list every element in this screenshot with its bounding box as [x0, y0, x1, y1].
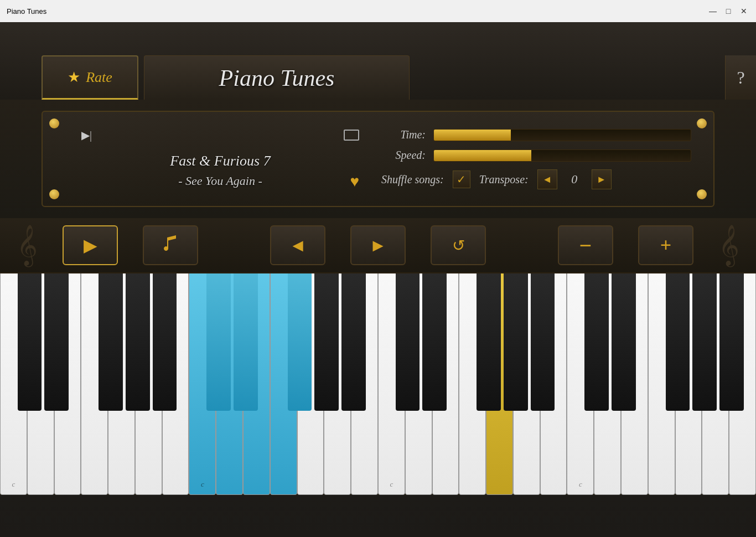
black-key[interactable]: [288, 273, 312, 411]
plus-button[interactable]: +: [638, 225, 693, 265]
key-label: c: [12, 480, 15, 489]
rivet-top-right: [697, 118, 707, 128]
black-key[interactable]: [477, 273, 501, 411]
speed-slider[interactable]: [433, 149, 691, 162]
song-info: ▶| Fast & Furious 7 - See You Again - ♥: [70, 123, 370, 195]
window-controls: — □ ✕: [707, 6, 749, 17]
window-mode-icon[interactable]: [344, 130, 359, 141]
top-bar: ★ Rate Piano Tunes ?: [0, 22, 756, 100]
black-key[interactable]: [422, 273, 447, 411]
song-title: Fast & Furious 7: [81, 153, 359, 169]
treble-clef-left-icon: 𝄞: [17, 228, 38, 263]
help-icon: ?: [737, 68, 744, 88]
replay-icon: ↺: [452, 236, 465, 255]
black-key[interactable]: [719, 273, 744, 411]
play-button[interactable]: ▶: [63, 225, 118, 265]
black-key[interactable]: [692, 273, 717, 411]
time-row: Time:: [381, 128, 691, 141]
rate-label: Rate: [86, 69, 112, 86]
black-key[interactable]: [504, 273, 528, 411]
rate-star-icon: ★: [68, 69, 80, 86]
shuffle-checkbox[interactable]: ✓: [453, 171, 470, 188]
player-panel: ▶| Fast & Furious 7 - See You Again - ♥ …: [42, 111, 714, 207]
black-key[interactable]: [234, 273, 258, 411]
speed-fill: [434, 150, 531, 161]
favorite-button[interactable]: ♥: [350, 173, 359, 190]
prev-button[interactable]: ◄: [270, 225, 325, 265]
window-title: Piano Tunes: [7, 7, 46, 16]
black-key[interactable]: [99, 273, 123, 411]
treble-clef-right-icon: 𝄞: [718, 228, 739, 263]
black-key[interactable]: [396, 273, 420, 411]
key-label: c: [390, 480, 393, 489]
rate-button[interactable]: ★ Rate: [42, 55, 138, 100]
black-key[interactable]: [206, 273, 231, 411]
next-button[interactable]: ►: [350, 225, 406, 265]
next-icon: ►: [369, 235, 387, 256]
black-key[interactable]: [531, 273, 555, 411]
rivet-bottom-right: [697, 189, 707, 199]
speed-row: Speed:: [381, 149, 691, 162]
black-key[interactable]: [584, 273, 609, 411]
black-key[interactable]: [314, 273, 339, 411]
music-note-icon: [160, 233, 180, 257]
time-fill: [434, 130, 511, 141]
checkmark-icon: ✓: [457, 173, 466, 186]
minus-button[interactable]: −: [558, 225, 613, 265]
key-label: c: [201, 480, 204, 489]
speed-label: Speed:: [381, 149, 426, 162]
player-inner: ▶| Fast & Furious 7 - See You Again - ♥ …: [43, 112, 713, 206]
minus-icon: −: [579, 233, 592, 259]
transpose-label: Transpose:: [479, 173, 529, 186]
controls-bar: 𝄞 ▶ ◄ ► ↺ − + 𝄞: [0, 218, 756, 273]
black-keys: [0, 273, 756, 411]
minimize-button[interactable]: —: [707, 6, 718, 17]
title-bar: Piano Tunes — □ ✕: [0, 0, 756, 22]
app-title: Piano Tunes: [219, 65, 335, 91]
song-subtitle: - See You Again -: [81, 174, 359, 188]
skip-button[interactable]: ▶|: [81, 128, 92, 142]
music-note-button[interactable]: [143, 225, 198, 265]
rivet-top-left: [49, 118, 59, 128]
prev-icon: ◄: [289, 235, 307, 256]
transpose-left-button[interactable]: ◄: [537, 169, 557, 189]
close-button[interactable]: ✕: [738, 6, 749, 17]
song-controls-top: ▶|: [81, 128, 359, 142]
black-key[interactable]: [18, 273, 42, 411]
black-key[interactable]: [153, 273, 177, 411]
plus-icon: +: [660, 234, 672, 257]
black-key[interactable]: [666, 273, 690, 411]
key-label: c: [579, 480, 582, 489]
black-key[interactable]: [126, 273, 150, 411]
help-button[interactable]: ?: [725, 55, 756, 100]
play-icon: ▶: [84, 235, 97, 256]
replay-button[interactable]: ↺: [431, 225, 486, 265]
app-title-box: Piano Tunes: [144, 55, 410, 100]
transpose-value: 0: [566, 172, 583, 187]
transpose-right-button[interactable]: ►: [592, 169, 612, 189]
app-container: ★ Rate Piano Tunes ? ▶| Fast &: [0, 22, 756, 537]
content-area: ▶| Fast & Furious 7 - See You Again - ♥ …: [0, 100, 756, 218]
time-slider[interactable]: [433, 129, 691, 141]
time-label: Time:: [381, 128, 426, 141]
maximize-button[interactable]: □: [723, 6, 734, 17]
black-key[interactable]: [44, 273, 69, 411]
player-controls: Time: Speed: Shuffle songs:: [381, 123, 691, 195]
shuffle-label: Shuffle songs:: [381, 173, 444, 186]
piano-keyboard: cccc: [0, 273, 756, 495]
black-key[interactable]: [612, 273, 636, 411]
shuffle-transpose-row: Shuffle songs: ✓ Transpose: ◄ 0 ►: [381, 169, 691, 189]
rivet-bottom-left: [49, 189, 59, 199]
black-key[interactable]: [341, 273, 366, 411]
